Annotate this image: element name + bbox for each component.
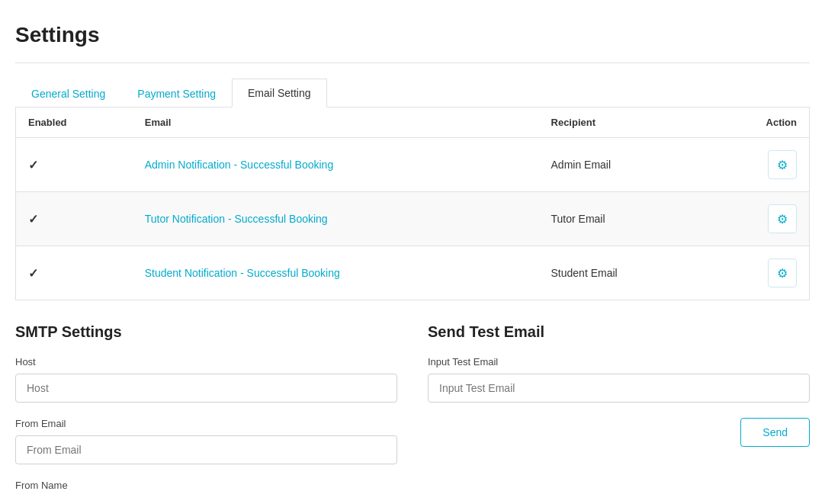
enabled-check-1: ✓	[16, 138, 133, 192]
settings-button-1[interactable]: ⚙	[768, 150, 797, 179]
from-email-field-group: From Email	[15, 418, 397, 464]
from-name-field-group: From Name	[15, 480, 397, 491]
gear-icon-3: ⚙	[777, 266, 788, 281]
tab-general-setting[interactable]: General Setting	[15, 79, 121, 108]
email-link-3[interactable]: Student Notification - Successful Bookin…	[145, 267, 340, 279]
gear-icon-1: ⚙	[777, 158, 788, 172]
email-table-container: Enabled Email Recipient Action ✓ Admin N…	[15, 108, 810, 300]
email-link-2[interactable]: Tutor Notification - Successful Booking	[145, 213, 328, 225]
col-header-enabled: Enabled	[16, 108, 133, 138]
settings-page: Settings General Setting Payment Setting…	[0, 0, 825, 504]
recipient-3: Student Email	[539, 246, 707, 300]
test-email-section: Send Test Email Input Test Email Send	[428, 323, 810, 504]
smtp-title: SMTP Settings	[15, 323, 397, 341]
email-table: Enabled Email Recipient Action ✓ Admin N…	[16, 108, 809, 300]
enabled-check-3: ✓	[16, 246, 133, 300]
col-header-email: Email	[133, 108, 539, 138]
recipient-1: Admin Email	[539, 138, 707, 192]
page-title: Settings	[15, 23, 810, 47]
email-link-1[interactable]: Admin Notification - Successful Booking	[145, 159, 333, 171]
host-input[interactable]	[15, 374, 397, 403]
host-field-group: Host	[15, 356, 397, 403]
test-email-input-label: Input Test Email	[428, 356, 810, 368]
from-email-input[interactable]	[15, 435, 397, 464]
from-email-label: From Email	[15, 418, 397, 429]
settings-button-2[interactable]: ⚙	[768, 204, 797, 233]
tab-email-setting[interactable]: Email Setting	[232, 79, 326, 108]
recipient-2: Tutor Email	[539, 192, 707, 246]
enabled-check-2: ✓	[16, 192, 133, 246]
bottom-section: SMTP Settings Host From Email From Name …	[15, 323, 810, 504]
tab-bar: General Setting Payment Setting Email Se…	[15, 79, 810, 108]
from-name-label: From Name	[15, 480, 397, 491]
table-row: ✓ Tutor Notification - Successful Bookin…	[16, 192, 809, 246]
checkmark-icon: ✓	[28, 213, 38, 226]
smtp-section: SMTP Settings Host From Email From Name	[15, 323, 397, 504]
tab-payment-setting[interactable]: Payment Setting	[121, 79, 232, 108]
test-email-input[interactable]	[428, 374, 810, 403]
table-header-row: Enabled Email Recipient Action	[16, 108, 809, 138]
checkmark-icon: ✓	[28, 159, 38, 172]
divider	[15, 63, 810, 63]
col-header-recipient: Recipient	[539, 108, 707, 138]
gear-icon-2: ⚙	[777, 212, 788, 226]
send-button[interactable]: Send	[740, 418, 810, 447]
test-email-title: Send Test Email	[428, 323, 810, 341]
test-email-field-group: Input Test Email	[428, 356, 810, 403]
table-row: ✓ Admin Notification - Successful Bookin…	[16, 138, 809, 192]
checkmark-icon: ✓	[28, 267, 38, 280]
settings-button-3[interactable]: ⚙	[768, 258, 797, 287]
col-header-action: Action	[707, 108, 809, 138]
host-label: Host	[15, 356, 397, 368]
table-row: ✓ Student Notification - Successful Book…	[16, 246, 809, 300]
